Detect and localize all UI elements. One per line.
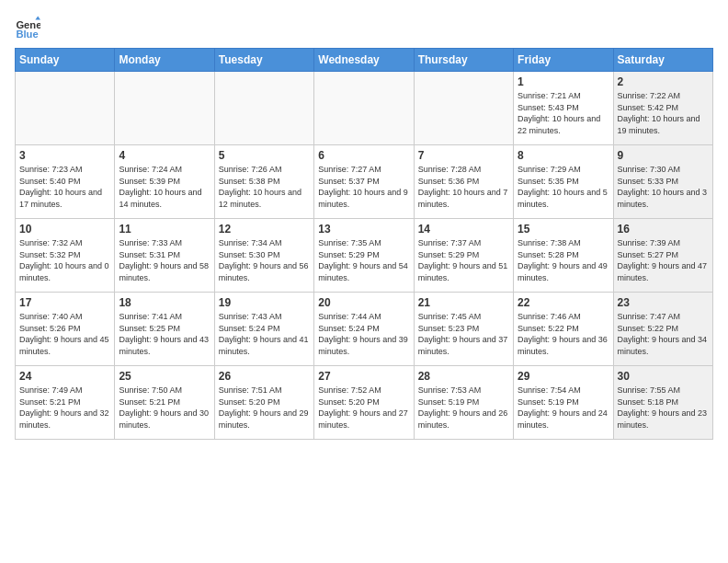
calendar-cell: 9Sunrise: 7:30 AM Sunset: 5:33 PM Daylig…: [613, 145, 712, 219]
calendar-cell: [414, 72, 513, 145]
day-info: Sunrise: 7:44 AM Sunset: 5:24 PM Dayligh…: [318, 311, 409, 357]
calendar-cell: 5Sunrise: 7:26 AM Sunset: 5:38 PM Daylig…: [214, 145, 313, 219]
day-number: 10: [19, 223, 110, 236]
calendar-table: SundayMondayTuesdayWednesdayThursdayFrid…: [15, 48, 713, 440]
calendar-cell: 4Sunrise: 7:24 AM Sunset: 5:39 PM Daylig…: [115, 145, 214, 219]
calendar-cell: 16Sunrise: 7:39 AM Sunset: 5:27 PM Dayli…: [613, 219, 712, 293]
day-number: 26: [219, 370, 310, 383]
day-number: 8: [518, 149, 609, 162]
calendar-cell: 25Sunrise: 7:50 AM Sunset: 5:21 PM Dayli…: [115, 366, 214, 440]
logo: General Blue: [15, 15, 40, 40]
calendar-cell: 23Sunrise: 7:47 AM Sunset: 5:22 PM Dayli…: [613, 293, 712, 366]
day-number: 9: [618, 149, 709, 162]
day-info: Sunrise: 7:24 AM Sunset: 5:39 PM Dayligh…: [119, 164, 210, 210]
day-number: 4: [119, 149, 210, 162]
calendar-cell: 15Sunrise: 7:38 AM Sunset: 5:28 PM Dayli…: [514, 219, 613, 293]
weekday-header-cell: Tuesday: [214, 49, 313, 72]
day-info: Sunrise: 7:47 AM Sunset: 5:22 PM Dayligh…: [618, 311, 709, 357]
day-info: Sunrise: 7:29 AM Sunset: 5:35 PM Dayligh…: [518, 164, 609, 210]
day-info: Sunrise: 7:34 AM Sunset: 5:30 PM Dayligh…: [219, 237, 310, 283]
day-number: 14: [418, 223, 509, 236]
day-info: Sunrise: 7:51 AM Sunset: 5:20 PM Dayligh…: [219, 385, 310, 431]
day-info: Sunrise: 7:49 AM Sunset: 5:21 PM Dayligh…: [19, 385, 110, 431]
logo-icon: General Blue: [15, 15, 40, 40]
weekday-header-cell: Friday: [514, 49, 613, 72]
day-info: Sunrise: 7:27 AM Sunset: 5:37 PM Dayligh…: [318, 164, 409, 210]
day-number: 28: [418, 370, 509, 383]
day-info: Sunrise: 7:37 AM Sunset: 5:29 PM Dayligh…: [418, 237, 509, 283]
day-info: Sunrise: 7:54 AM Sunset: 5:19 PM Dayligh…: [518, 385, 609, 431]
calendar-cell: 30Sunrise: 7:55 AM Sunset: 5:18 PM Dayli…: [613, 366, 712, 440]
calendar-week-row: 10Sunrise: 7:32 AM Sunset: 5:32 PM Dayli…: [16, 219, 713, 293]
day-info: Sunrise: 7:26 AM Sunset: 5:38 PM Dayligh…: [219, 164, 310, 210]
day-info: Sunrise: 7:30 AM Sunset: 5:33 PM Dayligh…: [618, 164, 709, 210]
day-number: 29: [518, 370, 609, 383]
weekday-header-row: SundayMondayTuesdayWednesdayThursdayFrid…: [16, 49, 713, 72]
calendar-cell: 29Sunrise: 7:54 AM Sunset: 5:19 PM Dayli…: [514, 366, 613, 440]
calendar-cell: 1Sunrise: 7:21 AM Sunset: 5:43 PM Daylig…: [514, 72, 613, 145]
calendar-cell: [214, 72, 313, 145]
svg-text:Blue: Blue: [16, 29, 38, 40]
weekday-header-cell: Wednesday: [314, 49, 414, 72]
day-info: Sunrise: 7:28 AM Sunset: 5:36 PM Dayligh…: [418, 164, 509, 210]
day-info: Sunrise: 7:46 AM Sunset: 5:22 PM Dayligh…: [518, 311, 609, 357]
day-number: 11: [119, 223, 210, 236]
day-number: 19: [219, 296, 310, 309]
calendar-week-row: 1Sunrise: 7:21 AM Sunset: 5:43 PM Daylig…: [16, 72, 713, 145]
day-number: 25: [119, 370, 210, 383]
calendar-cell: 19Sunrise: 7:43 AM Sunset: 5:24 PM Dayli…: [214, 293, 313, 366]
weekday-header-cell: Saturday: [613, 49, 712, 72]
calendar-cell: 11Sunrise: 7:33 AM Sunset: 5:31 PM Dayli…: [115, 219, 214, 293]
calendar-cell: 22Sunrise: 7:46 AM Sunset: 5:22 PM Dayli…: [514, 293, 613, 366]
calendar-cell: 21Sunrise: 7:45 AM Sunset: 5:23 PM Dayli…: [414, 293, 513, 366]
day-info: Sunrise: 7:39 AM Sunset: 5:27 PM Dayligh…: [618, 237, 709, 283]
day-info: Sunrise: 7:22 AM Sunset: 5:42 PM Dayligh…: [618, 90, 709, 136]
day-number: 12: [219, 223, 310, 236]
calendar-cell: 17Sunrise: 7:40 AM Sunset: 5:26 PM Dayli…: [16, 293, 115, 366]
calendar-cell: 10Sunrise: 7:32 AM Sunset: 5:32 PM Dayli…: [16, 219, 115, 293]
calendar-cell: [16, 72, 115, 145]
day-number: 1: [518, 75, 609, 88]
day-info: Sunrise: 7:55 AM Sunset: 5:18 PM Dayligh…: [618, 385, 709, 431]
calendar-cell: 26Sunrise: 7:51 AM Sunset: 5:20 PM Dayli…: [214, 366, 313, 440]
calendar-week-row: 17Sunrise: 7:40 AM Sunset: 5:26 PM Dayli…: [16, 293, 713, 366]
calendar-cell: 12Sunrise: 7:34 AM Sunset: 5:30 PM Dayli…: [214, 219, 313, 293]
page-header: General Blue: [15, 15, 713, 40]
day-number: 20: [318, 296, 409, 309]
calendar-cell: 24Sunrise: 7:49 AM Sunset: 5:21 PM Dayli…: [16, 366, 115, 440]
day-number: 16: [618, 223, 709, 236]
day-number: 7: [418, 149, 509, 162]
day-number: 13: [318, 223, 409, 236]
calendar-cell: [314, 72, 414, 145]
day-info: Sunrise: 7:33 AM Sunset: 5:31 PM Dayligh…: [119, 237, 210, 283]
day-number: 5: [219, 149, 310, 162]
calendar-week-row: 24Sunrise: 7:49 AM Sunset: 5:21 PM Dayli…: [16, 366, 713, 440]
weekday-header-cell: Sunday: [16, 49, 115, 72]
day-number: 22: [518, 296, 609, 309]
weekday-header-cell: Monday: [115, 49, 214, 72]
day-info: Sunrise: 7:43 AM Sunset: 5:24 PM Dayligh…: [219, 311, 310, 357]
day-info: Sunrise: 7:21 AM Sunset: 5:43 PM Dayligh…: [518, 90, 609, 136]
calendar-cell: [115, 72, 214, 145]
day-number: 3: [19, 149, 110, 162]
calendar-cell: 14Sunrise: 7:37 AM Sunset: 5:29 PM Dayli…: [414, 219, 513, 293]
day-info: Sunrise: 7:41 AM Sunset: 5:25 PM Dayligh…: [119, 311, 210, 357]
day-info: Sunrise: 7:40 AM Sunset: 5:26 PM Dayligh…: [19, 311, 110, 357]
day-number: 6: [318, 149, 409, 162]
calendar-cell: 6Sunrise: 7:27 AM Sunset: 5:37 PM Daylig…: [314, 145, 414, 219]
calendar-cell: 27Sunrise: 7:52 AM Sunset: 5:20 PM Dayli…: [314, 366, 414, 440]
day-number: 17: [19, 296, 110, 309]
calendar-cell: 3Sunrise: 7:23 AM Sunset: 5:40 PM Daylig…: [16, 145, 115, 219]
day-number: 27: [318, 370, 409, 383]
svg-marker-2: [35, 16, 40, 19]
day-info: Sunrise: 7:35 AM Sunset: 5:29 PM Dayligh…: [318, 237, 409, 283]
day-number: 21: [418, 296, 509, 309]
day-number: 15: [518, 223, 609, 236]
day-info: Sunrise: 7:23 AM Sunset: 5:40 PM Dayligh…: [19, 164, 110, 210]
calendar-cell: 2Sunrise: 7:22 AM Sunset: 5:42 PM Daylig…: [613, 72, 712, 145]
day-info: Sunrise: 7:52 AM Sunset: 5:20 PM Dayligh…: [318, 385, 409, 431]
calendar-cell: 8Sunrise: 7:29 AM Sunset: 5:35 PM Daylig…: [514, 145, 613, 219]
day-number: 23: [618, 296, 709, 309]
calendar-week-row: 3Sunrise: 7:23 AM Sunset: 5:40 PM Daylig…: [16, 145, 713, 219]
calendar-cell: 7Sunrise: 7:28 AM Sunset: 5:36 PM Daylig…: [414, 145, 513, 219]
